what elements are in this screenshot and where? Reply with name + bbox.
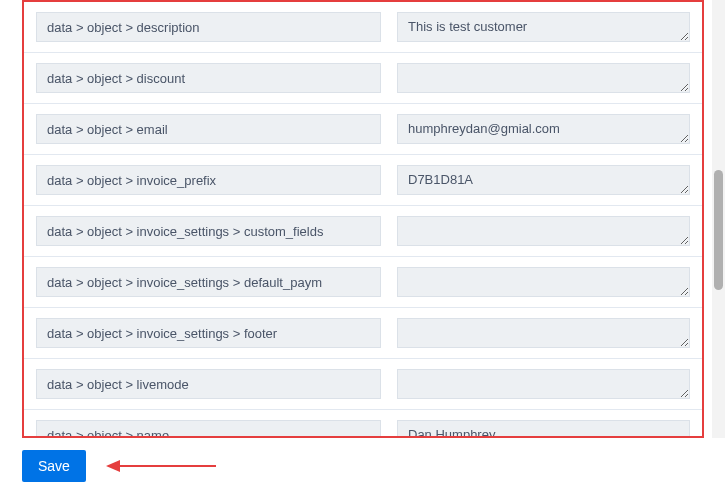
field-row: data > object > invoice_settings > defau… (24, 257, 702, 308)
field-row: data > object > invoice_settings > foote… (24, 308, 702, 359)
field-value-wrap (397, 165, 690, 195)
arrow-annotation-icon (106, 457, 216, 475)
save-button[interactable]: Save (22, 450, 86, 482)
field-value-wrap (397, 216, 690, 246)
field-value-wrap (397, 318, 690, 348)
field-label-invoice-prefix: data > object > invoice_prefix (36, 165, 381, 195)
field-label-discount: data > object > discount (36, 63, 381, 93)
field-value-description[interactable] (397, 12, 690, 42)
field-label-default-paym: data > object > invoice_settings > defau… (36, 267, 381, 297)
field-label-livemode: data > object > livemode (36, 369, 381, 399)
field-value-wrap (397, 369, 690, 399)
field-value-wrap (397, 420, 690, 438)
field-row: data > object > invoice_settings > custo… (24, 206, 702, 257)
field-row: data > object > discount (24, 53, 702, 104)
field-value-wrap (397, 114, 690, 144)
field-value-discount[interactable] (397, 63, 690, 93)
field-value-wrap (397, 267, 690, 297)
field-row: data > object > description (24, 2, 702, 53)
field-label-description: data > object > description (36, 12, 381, 42)
field-value-livemode[interactable] (397, 369, 690, 399)
field-value-name[interactable] (397, 420, 690, 438)
field-value-wrap (397, 63, 690, 93)
field-row: data > object > email (24, 104, 702, 155)
field-row: data > object > invoice_prefix (24, 155, 702, 206)
field-value-wrap (397, 12, 690, 42)
field-value-email[interactable] (397, 114, 690, 144)
field-value-default-paym[interactable] (397, 267, 690, 297)
fields-panel: data > object > description data > objec… (22, 0, 704, 438)
scrollbar-thumb[interactable] (714, 170, 723, 290)
field-value-custom-fields[interactable] (397, 216, 690, 246)
field-value-footer[interactable] (397, 318, 690, 348)
field-label-footer: data > object > invoice_settings > foote… (36, 318, 381, 348)
field-row: data > object > name (24, 410, 702, 438)
field-label-email: data > object > email (36, 114, 381, 144)
field-row: data > object > livemode (24, 359, 702, 410)
svg-marker-1 (106, 460, 120, 472)
field-label-custom-fields: data > object > invoice_settings > custo… (36, 216, 381, 246)
field-label-name: data > object > name (36, 420, 381, 438)
field-value-invoice-prefix[interactable] (397, 165, 690, 195)
bottom-bar: Save (0, 438, 726, 494)
